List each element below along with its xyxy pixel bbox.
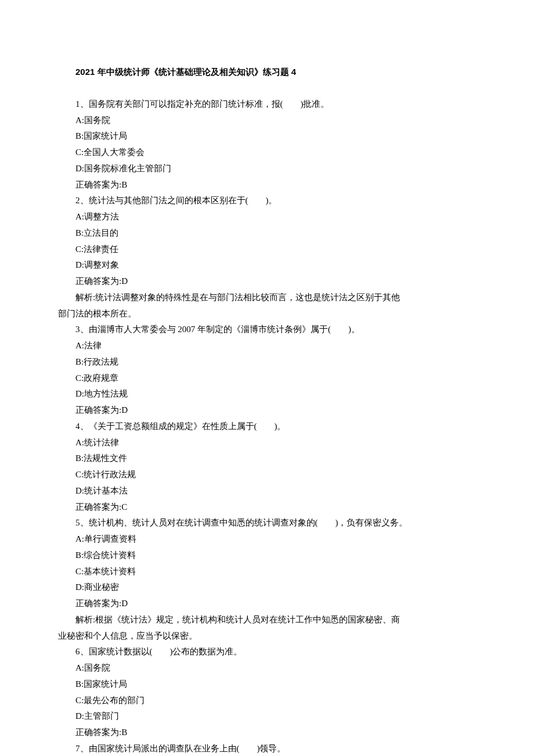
q1-stem: 1、国务院有关部门可以指定补充的部门统计标准，报( )批准。 [58,96,476,113]
q5-option-b: B:综合统计资料 [58,548,476,564]
q3-option-b: B:行政法规 [58,354,476,370]
q2-option-a: A:调整方法 [58,209,476,225]
q7-stem: 7、由国家统计局派出的调查队在业务上由( )领导。 [58,741,476,756]
q4-option-b: B:法规性文件 [58,451,476,467]
q3-stem: 3、由淄博市人大常委会与 2007 年制定的《淄博市统计条例》属于( )。 [58,322,476,338]
q6-option-b: B:国家统计局 [58,676,476,693]
q6-option-a: A:国务院 [58,660,476,676]
q5-explanation-line2: 业秘密和个人信息，应当予以保密。 [58,628,476,645]
q6-answer: 正确答案为:B [58,725,476,741]
q5-option-a: A:单行调查资料 [58,531,476,548]
q5-stem: 5、统计机构、统计人员对在统计调查中知悉的统计调查对象的( )，负有保密义务。 [58,515,476,531]
q4-stem: 4、《关于工资总额组成的规定》在性质上属于( )。 [58,419,476,435]
q2-option-b: B:立法目的 [58,225,476,242]
q6-option-d: D:主管部门 [58,708,476,725]
q4-option-c: C:统计行政法规 [58,467,476,483]
q5-explanation-line1: 解析:根据《统计法》规定，统计机构和统计人员对在统计工作中知悉的国家秘密、商 [58,612,476,628]
q6-stem: 6、国家统计数据以( )公布的数据为准。 [58,644,476,660]
q4-option-d: D:统计基本法 [58,483,476,499]
q2-explanation-line2: 部门法的根本所在。 [58,306,476,322]
q2-option-d: D:调整对象 [58,257,476,273]
q5-answer: 正确答案为:D [58,596,476,612]
q3-answer: 正确答案为:D [58,402,476,419]
q1-option-a: A:国务院 [58,113,476,129]
q1-option-d: D:国务院标准化主管部门 [58,161,476,177]
document-title: 2021 年中级统计师《统计基础理论及相关知识》练习题 4 [58,64,476,80]
q1-option-c: C:全国人大常委会 [58,145,476,161]
q2-option-c: C:法律责任 [58,242,476,258]
q2-stem: 2、统计法与其他部门法之间的根本区别在于( )。 [58,193,476,209]
q5-option-d: D:商业秘密 [58,579,476,596]
q2-answer: 正确答案为:D [58,273,476,290]
q3-option-d: D:地方性法规 [58,386,476,402]
q1-option-b: B:国家统计局 [58,128,476,145]
q4-option-a: A:统计法律 [58,435,476,451]
q1-answer: 正确答案为:B [58,177,476,193]
q4-answer: 正确答案为:C [58,499,476,516]
q5-option-c: C:基本统计资料 [58,564,476,580]
q3-option-a: A:法律 [58,338,476,354]
q3-option-c: C:政府规章 [58,370,476,387]
q6-option-c: C:最先公布的部门 [58,693,476,709]
q2-explanation-line1: 解析:统计法调整对象的特殊性是在与部门法相比较而言，这也是统计法之区别于其他 [58,290,476,306]
